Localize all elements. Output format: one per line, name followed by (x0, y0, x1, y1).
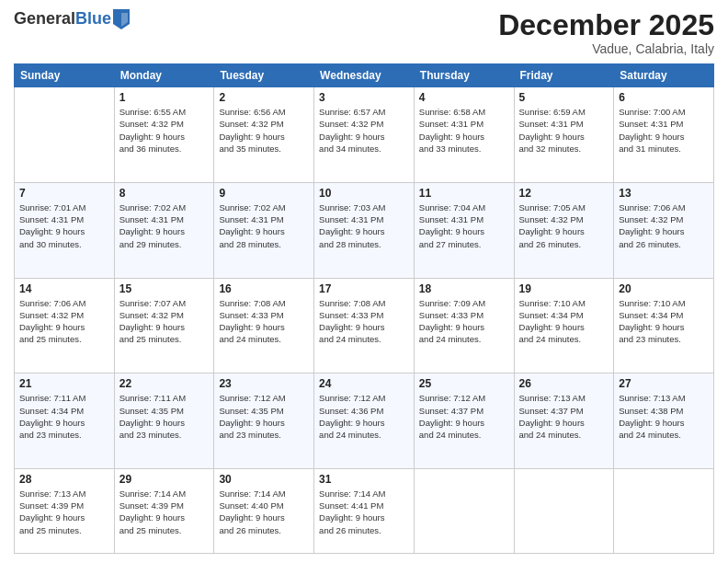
day-number: 11 (419, 187, 509, 200)
day-number: 27 (619, 377, 709, 390)
logo-icon (113, 9, 130, 29)
calendar-cell: 13Sunrise: 7:06 AM Sunset: 4:32 PM Dayli… (614, 182, 714, 278)
day-info: Sunrise: 7:08 AM Sunset: 4:33 PM Dayligh… (219, 297, 309, 346)
day-of-week-header: Sunday (15, 64, 115, 87)
calendar-header-row: SundayMondayTuesdayWednesdayThursdayFrid… (15, 64, 714, 87)
calendar-table: SundayMondayTuesdayWednesdayThursdayFrid… (14, 63, 714, 554)
day-info: Sunrise: 7:10 AM Sunset: 4:34 PM Dayligh… (519, 297, 609, 346)
day-info: Sunrise: 6:57 AM Sunset: 4:32 PM Dayligh… (319, 106, 409, 155)
calendar-cell: 26Sunrise: 7:13 AM Sunset: 4:37 PM Dayli… (514, 373, 614, 469)
day-of-week-header: Thursday (414, 64, 514, 87)
day-info: Sunrise: 7:09 AM Sunset: 4:33 PM Dayligh… (419, 297, 509, 346)
day-info: Sunrise: 6:56 AM Sunset: 4:32 PM Dayligh… (219, 106, 309, 155)
calendar-week-row: 1Sunrise: 6:55 AM Sunset: 4:32 PM Daylig… (15, 87, 714, 183)
logo: GeneralBlue (14, 9, 130, 29)
calendar-cell: 16Sunrise: 7:08 AM Sunset: 4:33 PM Dayli… (214, 278, 314, 373)
day-number: 22 (119, 377, 210, 390)
day-of-week-header: Tuesday (214, 64, 314, 87)
day-number: 1 (119, 91, 210, 104)
day-number: 21 (19, 377, 109, 390)
day-of-week-header: Friday (514, 64, 614, 87)
day-number: 15 (119, 282, 210, 295)
calendar-cell: 14Sunrise: 7:06 AM Sunset: 4:32 PM Dayli… (15, 278, 115, 373)
day-number: 9 (219, 187, 309, 200)
day-number: 2 (219, 91, 309, 104)
day-number: 17 (319, 282, 409, 295)
calendar-cell (15, 87, 115, 183)
calendar-cell: 7Sunrise: 7:01 AM Sunset: 4:31 PM Daylig… (15, 182, 115, 278)
day-info: Sunrise: 7:13 AM Sunset: 4:37 PM Dayligh… (519, 392, 609, 441)
calendar-week-row: 14Sunrise: 7:06 AM Sunset: 4:32 PM Dayli… (15, 278, 714, 373)
calendar-cell: 10Sunrise: 7:03 AM Sunset: 4:31 PM Dayli… (314, 182, 415, 278)
day-info: Sunrise: 7:10 AM Sunset: 4:34 PM Dayligh… (619, 297, 709, 346)
day-number: 3 (319, 91, 409, 104)
calendar-cell: 15Sunrise: 7:07 AM Sunset: 4:32 PM Dayli… (114, 278, 214, 373)
day-info: Sunrise: 7:14 AM Sunset: 4:41 PM Dayligh… (319, 488, 409, 536)
day-info: Sunrise: 7:06 AM Sunset: 4:32 PM Dayligh… (19, 297, 109, 346)
day-info: Sunrise: 7:14 AM Sunset: 4:39 PM Dayligh… (119, 488, 210, 536)
day-of-week-header: Wednesday (314, 64, 415, 87)
day-of-week-header: Saturday (614, 64, 714, 87)
calendar-cell: 25Sunrise: 7:12 AM Sunset: 4:37 PM Dayli… (414, 373, 514, 469)
day-info: Sunrise: 7:06 AM Sunset: 4:32 PM Dayligh… (619, 201, 709, 250)
day-number: 30 (219, 473, 309, 486)
calendar-location: Vadue, Calabria, Italy (498, 41, 714, 56)
day-number: 10 (319, 187, 409, 200)
day-number: 14 (19, 282, 109, 295)
header: GeneralBlue December 2025 Vadue, Calabri… (14, 9, 714, 56)
day-info: Sunrise: 7:02 AM Sunset: 4:31 PM Dayligh… (219, 201, 309, 250)
day-info: Sunrise: 7:11 AM Sunset: 4:35 PM Dayligh… (119, 392, 210, 441)
day-of-week-header: Monday (114, 64, 214, 87)
calendar-cell: 8Sunrise: 7:02 AM Sunset: 4:31 PM Daylig… (114, 182, 214, 278)
page: GeneralBlue December 2025 Vadue, Calabri… (0, 0, 728, 563)
calendar-cell: 23Sunrise: 7:12 AM Sunset: 4:35 PM Dayli… (214, 373, 314, 469)
calendar-cell: 5Sunrise: 6:59 AM Sunset: 4:31 PM Daylig… (514, 87, 614, 183)
day-info: Sunrise: 6:55 AM Sunset: 4:32 PM Dayligh… (119, 106, 210, 155)
day-number: 6 (619, 91, 709, 104)
logo-blue-text: Blue (75, 9, 111, 28)
day-number: 4 (419, 91, 509, 104)
day-number: 31 (319, 473, 409, 486)
calendar-week-row: 7Sunrise: 7:01 AM Sunset: 4:31 PM Daylig… (15, 182, 714, 278)
calendar-week-row: 28Sunrise: 7:13 AM Sunset: 4:39 PM Dayli… (15, 468, 714, 553)
day-info: Sunrise: 7:12 AM Sunset: 4:37 PM Dayligh… (419, 392, 509, 441)
calendar-cell: 19Sunrise: 7:10 AM Sunset: 4:34 PM Dayli… (514, 278, 614, 373)
day-info: Sunrise: 7:12 AM Sunset: 4:35 PM Dayligh… (219, 392, 309, 441)
calendar-cell: 12Sunrise: 7:05 AM Sunset: 4:32 PM Dayli… (514, 182, 614, 278)
calendar-cell: 18Sunrise: 7:09 AM Sunset: 4:33 PM Dayli… (414, 278, 514, 373)
day-number: 18 (419, 282, 509, 295)
calendar-cell: 6Sunrise: 7:00 AM Sunset: 4:31 PM Daylig… (614, 87, 714, 183)
day-number: 12 (519, 187, 609, 200)
logo-general-text: General (14, 9, 75, 28)
day-info: Sunrise: 7:03 AM Sunset: 4:31 PM Dayligh… (319, 201, 409, 250)
calendar-cell: 20Sunrise: 7:10 AM Sunset: 4:34 PM Dayli… (614, 278, 714, 373)
day-number: 13 (619, 187, 709, 200)
calendar-cell: 24Sunrise: 7:12 AM Sunset: 4:36 PM Dayli… (314, 373, 415, 469)
day-number: 24 (319, 377, 409, 390)
day-number: 5 (519, 91, 609, 104)
calendar-cell: 2Sunrise: 6:56 AM Sunset: 4:32 PM Daylig… (214, 87, 314, 183)
day-info: Sunrise: 7:11 AM Sunset: 4:34 PM Dayligh… (19, 392, 109, 441)
day-number: 25 (419, 377, 509, 390)
day-info: Sunrise: 7:05 AM Sunset: 4:32 PM Dayligh… (519, 201, 609, 250)
calendar-cell: 28Sunrise: 7:13 AM Sunset: 4:39 PM Dayli… (15, 468, 115, 553)
calendar-cell: 22Sunrise: 7:11 AM Sunset: 4:35 PM Dayli… (114, 373, 214, 469)
calendar-cell: 31Sunrise: 7:14 AM Sunset: 4:41 PM Dayli… (314, 468, 415, 553)
day-number: 23 (219, 377, 309, 390)
calendar-cell: 17Sunrise: 7:08 AM Sunset: 4:33 PM Dayli… (314, 278, 415, 373)
day-info: Sunrise: 7:02 AM Sunset: 4:31 PM Dayligh… (119, 201, 210, 250)
calendar-cell (414, 468, 514, 553)
day-number: 7 (19, 187, 109, 200)
calendar-cell: 3Sunrise: 6:57 AM Sunset: 4:32 PM Daylig… (314, 87, 415, 183)
day-number: 19 (519, 282, 609, 295)
calendar-cell: 1Sunrise: 6:55 AM Sunset: 4:32 PM Daylig… (114, 87, 214, 183)
title-block: December 2025 Vadue, Calabria, Italy (498, 9, 714, 56)
calendar-cell (514, 468, 614, 553)
calendar-cell (614, 468, 714, 553)
calendar-title: December 2025 (498, 9, 714, 41)
day-number: 20 (619, 282, 709, 295)
day-number: 16 (219, 282, 309, 295)
day-number: 28 (19, 473, 109, 486)
day-info: Sunrise: 7:14 AM Sunset: 4:40 PM Dayligh… (219, 488, 309, 536)
day-number: 8 (119, 187, 210, 200)
